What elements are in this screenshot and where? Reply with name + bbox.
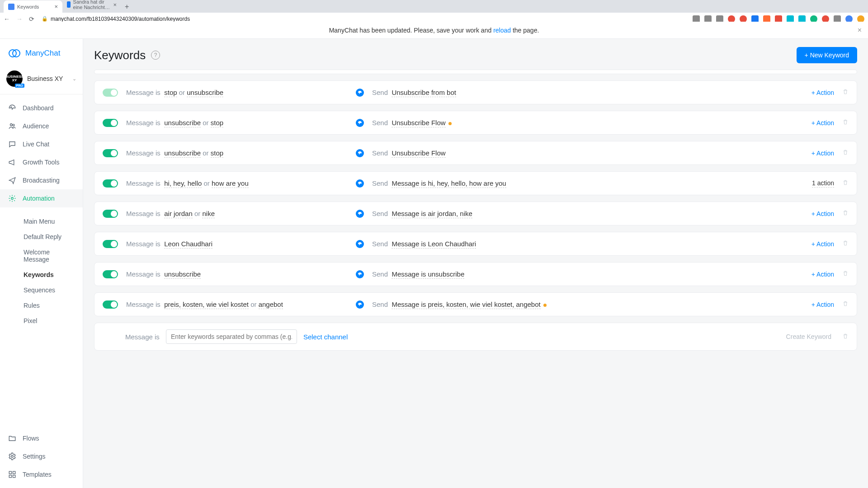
rule-condition[interactable]: Message is unsubscribe bbox=[126, 270, 348, 278]
new-tab-button[interactable]: + bbox=[121, 1, 132, 13]
sidebar-item-dashboard[interactable]: Dashboard bbox=[0, 99, 83, 117]
nav-label: Dashboard bbox=[23, 104, 54, 112]
rule-condition[interactable]: Message is Leon Chaudhari bbox=[126, 240, 348, 248]
trash-icon[interactable] bbox=[842, 149, 849, 157]
create-keyword-button[interactable]: Create Keyword bbox=[782, 330, 836, 343]
grid-icon bbox=[8, 470, 16, 479]
browser-tab-active[interactable]: Keywords × bbox=[4, 0, 62, 13]
add-action-link[interactable]: + Action bbox=[811, 89, 834, 96]
messenger-channel-icon bbox=[356, 270, 364, 278]
select-channel-link[interactable]: Select channel bbox=[303, 333, 348, 341]
rule-action[interactable]: Send Unsubscribe Flow bbox=[372, 119, 803, 127]
rule-action[interactable]: Send Message is Leon Chaudhari bbox=[372, 240, 803, 248]
close-icon[interactable]: × bbox=[54, 3, 58, 10]
brand[interactable]: ManyChat bbox=[0, 39, 83, 66]
page-header: Keywords ? + New Keyword bbox=[94, 39, 857, 70]
chat-icon bbox=[8, 140, 16, 148]
trash-icon[interactable] bbox=[842, 239, 849, 248]
rule-condition[interactable]: Message is hi, hey, hello or how are you bbox=[126, 179, 348, 187]
add-action-link[interactable]: + Action bbox=[811, 301, 834, 308]
help-icon[interactable]: ? bbox=[151, 51, 160, 60]
subnav-default-reply[interactable]: Default Reply bbox=[0, 229, 83, 244]
gear-icon bbox=[8, 194, 16, 202]
sidebar-item-broadcasting[interactable]: Broadcasting bbox=[0, 171, 83, 189]
trash-icon[interactable] bbox=[842, 333, 849, 341]
trash-icon[interactable] bbox=[842, 88, 849, 97]
keyword-input[interactable] bbox=[166, 329, 297, 344]
sidebar-item-growth[interactable]: Growth Tools bbox=[0, 153, 83, 171]
new-keyword-button[interactable]: + New Keyword bbox=[797, 47, 857, 63]
messenger-channel-icon bbox=[356, 300, 364, 309]
rule-action[interactable]: Send Message is preis, kosten, wie viel … bbox=[372, 300, 803, 308]
rule-action[interactable]: Send Message is air jordan, nike bbox=[372, 210, 803, 217]
tab-title: Keywords bbox=[17, 4, 39, 9]
rule-condition[interactable]: Message is unsubscribe or stop bbox=[126, 119, 348, 127]
messenger-channel-icon bbox=[356, 210, 364, 218]
trash-icon[interactable] bbox=[842, 300, 849, 309]
trash-icon[interactable] bbox=[842, 118, 849, 127]
update-banner: ManyChat has been updated. Please, save … bbox=[0, 22, 868, 39]
sidebar-item-audience[interactable]: Audience bbox=[0, 117, 83, 135]
trash-icon[interactable] bbox=[842, 209, 849, 218]
subnav-welcome[interactable]: Welcome Message bbox=[0, 244, 83, 267]
subnav-pixel[interactable]: Pixel bbox=[0, 313, 83, 328]
add-action-link[interactable]: + Action bbox=[811, 150, 834, 157]
rule-action[interactable]: Send Message is hi, hey, hello, how are … bbox=[372, 179, 804, 187]
avatar-text: BUSINESS XY bbox=[5, 75, 24, 82]
rule-condition[interactable]: Message is preis, kosten, wie viel koste… bbox=[126, 300, 348, 308]
add-action-link[interactable]: + Action bbox=[811, 119, 834, 127]
enable-toggle[interactable] bbox=[103, 270, 118, 278]
svg-rect-9 bbox=[13, 475, 15, 478]
browser-tab-inactive[interactable]: Sandra hat dir eine Nachricht… × bbox=[62, 0, 121, 13]
subnav-rules[interactable]: Rules bbox=[0, 298, 83, 313]
tab-strip: Keywords × Sandra hat dir eine Nachricht… bbox=[0, 0, 868, 13]
enable-toggle[interactable] bbox=[103, 210, 118, 218]
trash-icon[interactable] bbox=[842, 270, 849, 278]
browser-chrome: Keywords × Sandra hat dir eine Nachricht… bbox=[0, 0, 868, 22]
enable-toggle[interactable] bbox=[103, 240, 118, 248]
workspace-name: Business XY bbox=[27, 75, 68, 82]
add-action-link[interactable]: + Action bbox=[811, 210, 834, 217]
close-icon[interactable]: × bbox=[858, 26, 862, 34]
enable-toggle[interactable] bbox=[103, 300, 118, 309]
enable-toggle[interactable] bbox=[103, 179, 118, 188]
keyword-rule-row: Message is stop or unsubscribeSend Unsub… bbox=[94, 80, 857, 104]
nav-label: Live Chat bbox=[23, 141, 49, 148]
subnav-sequences[interactable]: Sequences bbox=[0, 282, 83, 298]
banner-suffix: the page. bbox=[511, 27, 539, 34]
keyword-rule-row: Message is air jordan or nikeSend Messag… bbox=[94, 202, 857, 225]
rule-condition[interactable]: Message is unsubscribe or stop bbox=[126, 149, 348, 157]
gauge-icon bbox=[8, 104, 16, 112]
url-text: manychat.com/fb181039443240309/automatio… bbox=[51, 16, 190, 22]
automation-subnav: Main Menu Default Reply Welcome Message … bbox=[0, 212, 83, 333]
keyword-rule-row: Message is Leon ChaudhariSend Message is… bbox=[94, 232, 857, 256]
rule-condition[interactable]: Message is stop or unsubscribe bbox=[126, 89, 348, 96]
add-action-link[interactable]: + Action bbox=[811, 271, 834, 278]
svg-point-3 bbox=[13, 124, 14, 126]
sidebar-item-livechat[interactable]: Live Chat bbox=[0, 135, 83, 153]
rule-action[interactable]: Send Unsubscribe Flow bbox=[372, 149, 803, 157]
subnav-main-menu[interactable]: Main Menu bbox=[0, 214, 83, 229]
workspace-switcher[interactable]: BUSINESS XY PRO Business XY ⌄ bbox=[0, 66, 83, 94]
url-field[interactable]: 🔒 manychat.com/fb181039443240309/automat… bbox=[39, 16, 688, 22]
rule-action[interactable]: Send Message is unsubscribe bbox=[372, 270, 803, 278]
new-keyword-row: Message is Select channel Create Keyword bbox=[94, 323, 857, 351]
reload-link[interactable]: reload bbox=[493, 27, 511, 34]
workspace-avatar: BUSINESS XY PRO bbox=[6, 70, 23, 87]
rule-row-cutoff bbox=[94, 70, 857, 74]
enable-toggle[interactable] bbox=[103, 149, 118, 157]
rule-action[interactable]: Send Unsubscribe from bot bbox=[372, 89, 803, 96]
trash-icon[interactable] bbox=[842, 179, 849, 188]
enable-toggle[interactable] bbox=[103, 119, 118, 127]
rule-condition[interactable]: Message is air jordan or nike bbox=[126, 210, 348, 217]
sidebar-item-automation[interactable]: Automation bbox=[0, 189, 83, 207]
enable-toggle[interactable] bbox=[103, 89, 118, 97]
subnav-keywords[interactable]: Keywords bbox=[0, 267, 83, 282]
sidebar-item-settings[interactable]: Settings bbox=[0, 447, 83, 465]
action-count[interactable]: 1 action bbox=[812, 179, 834, 188]
sidebar-item-flows[interactable]: Flows bbox=[0, 429, 83, 447]
close-icon[interactable]: × bbox=[113, 1, 117, 8]
sidebar-item-templates[interactable]: Templates bbox=[0, 465, 83, 483]
add-action-link[interactable]: + Action bbox=[811, 240, 834, 248]
banner-text: ManyChat has been updated. Please, save … bbox=[329, 27, 539, 34]
